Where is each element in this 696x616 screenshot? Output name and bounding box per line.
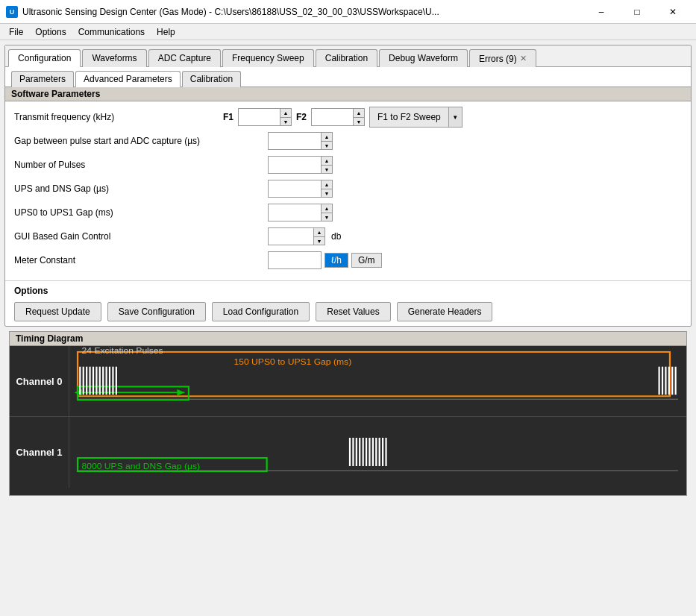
sub-tab-bar: Parameters Advanced Parameters Calibrati… <box>5 67 691 87</box>
meter-group: 61.00 ℓ/h G/m <box>268 251 382 269</box>
f1-label: F1 <box>223 112 233 122</box>
close-button[interactable]: ✕ <box>656 3 690 21</box>
svg-rect-37 <box>385 438 386 466</box>
meter-input[interactable]: 61.00 <box>269 252 321 268</box>
f2-down-btn[interactable]: ▼ <box>354 117 364 125</box>
request-update-btn[interactable]: Request Update <box>14 302 101 321</box>
svg-rect-9 <box>95 367 97 395</box>
gain-btns: ▲ ▼ <box>313 228 325 245</box>
sweep-btn-label[interactable]: F1 to F2 Sweep <box>370 110 448 125</box>
menu-file[interactable]: File <box>3 25 29 39</box>
ups-dns-up[interactable]: ▲ <box>322 180 332 189</box>
tab-waveforms[interactable]: Waveforms <box>82 49 146 67</box>
tab-adc-capture[interactable]: ADC Capture <box>148 49 221 67</box>
tab-frequency-sweep[interactable]: Frequency Sweep <box>222 49 314 67</box>
menu-help[interactable]: Help <box>151 25 181 39</box>
num-pulses-up[interactable]: ▲ <box>322 157 332 165</box>
svg-rect-7 <box>89 367 90 395</box>
svg-rect-13 <box>109 367 110 395</box>
gap-adc-up[interactable]: ▲ <box>322 133 332 141</box>
sub-tab-calibration[interactable]: Calibration <box>182 71 241 87</box>
tab-debug-waveform[interactable]: Debug Waveform <box>379 49 468 67</box>
svg-rect-27 <box>352 438 354 466</box>
f2-label: F2 <box>296 112 307 122</box>
num-pulses-btns: ▲ ▼ <box>321 157 332 173</box>
app-icon: U <box>6 6 18 18</box>
svg-rect-11 <box>102 367 104 395</box>
meter-unit1-btn[interactable]: ℓ/h <box>325 253 348 268</box>
sweep-dropdown[interactable]: F1 to F2 Sweep ▼ <box>369 107 463 128</box>
generate-headers-btn[interactable]: Generate Headers <box>397 302 493 321</box>
f2-input[interactable]: 240 <box>312 109 353 125</box>
ups-dns-spinbox: 8,000 ▲ ▼ <box>268 180 333 198</box>
gain-up[interactable]: ▲ <box>314 228 325 236</box>
f2-up-btn[interactable]: ▲ <box>354 109 364 117</box>
f1-up-btn[interactable]: ▲ <box>280 109 291 117</box>
svg-rect-32 <box>369 438 370 466</box>
sub-tab-parameters[interactable]: Parameters <box>11 71 74 87</box>
window-controls: – □ ✕ <box>584 3 690 21</box>
load-configuration-btn[interactable]: Load Configuration <box>212 302 310 321</box>
svg-rect-17 <box>659 367 660 395</box>
menu-communications[interactable]: Communications <box>72 25 151 39</box>
svg-rect-8 <box>93 367 94 395</box>
tab-errors-close[interactable]: ✕ <box>520 54 527 63</box>
svg-text:8000 UPS and DNS Gap (µs): 8000 UPS and DNS Gap (µs) <box>82 462 201 470</box>
options-section: Options Request Update Save Configuratio… <box>5 280 691 326</box>
menu-options[interactable]: Options <box>29 25 72 39</box>
param-row-num-pulses: Number of Pulses 24 ▲ ▼ <box>14 155 682 175</box>
num-pulses-input[interactable]: 24 <box>269 157 321 173</box>
gain-down[interactable]: ▼ <box>314 236 325 245</box>
param-row-gap-adc: Gap between pulse start and ADC capture … <box>14 131 682 151</box>
timing-diagram: Channel 0 150 UPS0 to UPS1 Gap (ms) <box>10 346 686 495</box>
ups0-ups1-input[interactable]: 150 <box>269 204 321 221</box>
num-pulses-down[interactable]: ▼ <box>322 165 332 173</box>
svg-rect-35 <box>379 438 380 466</box>
reset-values-btn[interactable]: Reset Values <box>316 302 390 321</box>
svg-text:24 Excitation Pulses: 24 Excitation Pulses <box>82 346 163 354</box>
ups0-ups1-up[interactable]: ▲ <box>322 204 332 213</box>
svg-rect-20 <box>668 367 670 395</box>
ups0-ups1-down[interactable]: ▼ <box>322 213 332 221</box>
gain-input[interactable]: 0.1 <box>269 228 313 245</box>
channel0-content: 150 UPS0 to UPS1 Gap (ms) <box>69 346 686 416</box>
maximize-button[interactable]: □ <box>620 3 654 21</box>
channel1-content: 8000 UPS and DNS Gap (µs) <box>69 417 686 488</box>
ups-dns-input[interactable]: 8,000 <box>269 180 321 197</box>
svg-rect-19 <box>665 367 666 395</box>
sweep-btn-arrow[interactable]: ▼ <box>448 107 462 127</box>
tab-calibration[interactable]: Calibration <box>316 49 377 67</box>
param-row-ups0-ups1: UPS0 to UPS1 Gap (ms) 150 ▲ ▼ <box>14 203 682 222</box>
outer-panel: Configuration Waveforms ADC Capture Freq… <box>4 45 692 327</box>
gap-adc-label: Gap between pulse start and ADC capture … <box>14 136 223 146</box>
tab-errors[interactable]: Errors (9) ✕ <box>469 49 536 67</box>
svg-rect-4 <box>79 367 81 395</box>
num-pulses-label: Number of Pulses <box>14 160 223 170</box>
svg-rect-6 <box>86 367 87 395</box>
gap-adc-input[interactable]: 170 <box>269 133 321 149</box>
svg-rect-34 <box>375 438 377 466</box>
save-configuration-btn[interactable]: Save Configuration <box>107 302 206 321</box>
gap-adc-down[interactable]: ▼ <box>322 141 332 149</box>
ups-dns-down[interactable]: ▼ <box>322 189 332 197</box>
meter-unit2-btn[interactable]: G/m <box>351 253 382 268</box>
freq-group: F1 170 ▲ ▼ F2 240 ▲ ▼ <box>223 107 463 128</box>
options-buttons: Request Update Save Configuration Load C… <box>14 302 682 321</box>
sub-tab-advanced-parameters[interactable]: Advanced Parameters <box>75 71 181 87</box>
svg-rect-14 <box>112 367 113 395</box>
svg-rect-10 <box>99 367 101 395</box>
ups-dns-btns: ▲ ▼ <box>321 180 332 197</box>
svg-rect-5 <box>83 367 84 395</box>
options-label: Options <box>14 286 682 296</box>
f1-spinbox: 170 ▲ ▼ <box>238 108 292 126</box>
tab-configuration[interactable]: Configuration <box>8 49 81 67</box>
minimize-button[interactable]: – <box>584 3 618 21</box>
svg-rect-22 <box>675 367 677 395</box>
svg-rect-21 <box>671 367 673 395</box>
svg-rect-12 <box>106 367 107 395</box>
param-row-meter: Meter Constant 61.00 ℓ/h G/m <box>14 251 682 270</box>
f1-input[interactable]: 170 <box>239 109 280 125</box>
f1-down-btn[interactable]: ▼ <box>280 117 291 125</box>
channel1-label: Channel 1 <box>10 417 69 488</box>
svg-rect-18 <box>662 367 663 395</box>
